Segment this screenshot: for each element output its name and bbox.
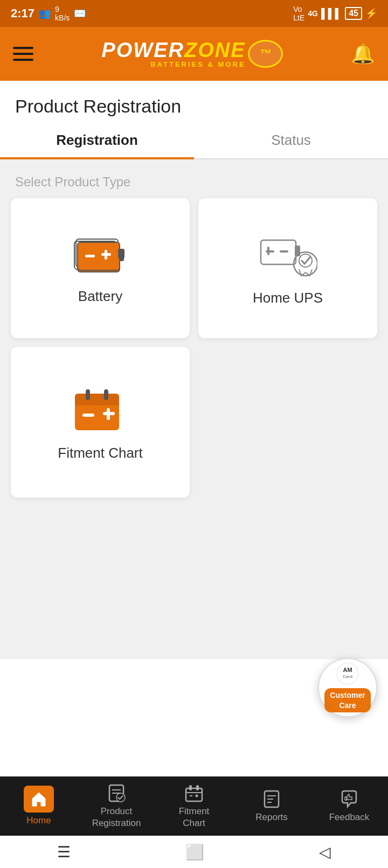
nav-fitment-chart-label: FitmentChart: [179, 806, 210, 829]
tab-status[interactable]: Status: [194, 122, 388, 158]
status-right: VoLtE 4G ▌▌▌ 45 ⚡: [293, 5, 377, 22]
svg-rect-8: [118, 249, 124, 258]
charging-icon: ⚡: [365, 8, 377, 19]
svg-rect-18: [75, 401, 119, 405]
nav-product-registration[interactable]: ProductRegistration: [78, 783, 155, 829]
customer-care-label: CustomerCare: [324, 688, 370, 712]
network-speed: 9kB/s: [55, 5, 70, 22]
nav-menu-button[interactable]: ☰: [57, 843, 71, 861]
svg-rect-31: [186, 788, 202, 801]
home-ups-label: Home UPS: [253, 290, 323, 306]
svg-rect-11: [266, 250, 274, 253]
tab-bar: Registration Status: [0, 122, 388, 159]
svg-rect-12: [267, 247, 269, 255]
status-bar: 2:17 👥 9kB/s ✉️ VoLtE 4G ▌▌▌ 45 ⚡: [0, 0, 388, 27]
fitment-chart-icon: [71, 383, 130, 434]
product-card-home-ups[interactable]: Home UPS: [198, 198, 377, 338]
svg-rect-23: [107, 408, 110, 420]
nav-home-label: Home: [26, 815, 51, 827]
svg-rect-5: [85, 255, 95, 257]
logo-container: POWERZONE BATTERIES & MORE ™: [33, 40, 351, 68]
tab-registration[interactable]: Registration: [0, 122, 194, 158]
svg-rect-4: [78, 242, 120, 270]
volte-icon: VoLtE: [293, 5, 304, 22]
mail-icon: ✉️: [74, 8, 86, 19]
nav-feedback[interactable]: Feedback: [310, 789, 388, 823]
nav-back-button[interactable]: ◁: [319, 843, 331, 861]
svg-rect-21: [82, 414, 94, 417]
logo-subtitle: BATTERIES & MORE: [150, 60, 245, 68]
product-card-fitment-chart[interactable]: Fitment Chart: [11, 347, 190, 498]
powerzone-logo: POWERZONE BATTERIES & MORE ™: [101, 40, 282, 68]
page-title: Product Registration: [0, 81, 388, 122]
system-nav-bar: ☰ ⬜ ◁: [0, 836, 388, 868]
hamburger-menu[interactable]: [13, 47, 33, 61]
svg-rect-20: [104, 389, 108, 400]
nav-reports-label: Reports: [255, 811, 288, 823]
time-display: 2:17: [11, 6, 34, 20]
svg-rect-7: [105, 250, 107, 260]
teams-icon: 👥: [39, 8, 51, 19]
battery-display: 45: [345, 7, 362, 20]
battery-icon: [73, 232, 127, 277]
nav-feedback-label: Feedback: [329, 811, 370, 823]
fitment-chart-label: Fitment Chart: [58, 445, 143, 461]
svg-text:Card: Card: [343, 674, 352, 679]
app-header: POWERZONE BATTERIES & MORE ™ 🔔: [0, 27, 388, 81]
home-ups-icon: [258, 230, 317, 279]
product-grid: Battery: [0, 198, 388, 338]
network-4g: 4G: [308, 9, 318, 18]
empty-card-placeholder: [198, 347, 377, 498]
customer-care-fab[interactable]: AM Card CustomerCare: [318, 658, 377, 717]
product-grid-2: Fitment Chart: [0, 338, 388, 498]
svg-text:AM: AM: [343, 667, 352, 673]
empty-space: [0, 498, 388, 659]
svg-rect-34: [196, 785, 199, 790]
nav-product-registration-label: ProductRegistration: [92, 806, 141, 829]
status-left: 2:17 👥 9kB/s ✉️: [11, 5, 86, 22]
reports-icon: [261, 789, 282, 809]
product-card-battery[interactable]: Battery: [11, 198, 190, 338]
logo-title: POWERZONE: [101, 40, 245, 60]
feedback-icon: [339, 789, 359, 809]
fitment-chart-nav-icon: [184, 783, 204, 803]
svg-rect-13: [280, 250, 288, 253]
amcard-badge: AM Card: [329, 663, 366, 686]
section-label: Select Product Type: [0, 159, 388, 198]
svg-rect-19: [86, 389, 90, 400]
product-registration-icon: [106, 783, 127, 803]
nav-home-button[interactable]: ⬜: [185, 843, 204, 861]
bottom-nav: Home ProductRegistration FitmentChart: [0, 776, 388, 836]
signal-icon: ▌▌▌: [321, 8, 342, 19]
nav-reports[interactable]: Reports: [233, 789, 310, 823]
svg-rect-33: [189, 785, 192, 790]
svg-point-24: [337, 663, 358, 684]
nav-fitment-chart[interactable]: FitmentChart: [155, 783, 233, 829]
battery-label: Battery: [78, 288, 122, 305]
home-icon: [24, 786, 54, 813]
notification-bell[interactable]: 🔔: [351, 43, 375, 65]
nav-home[interactable]: Home: [0, 786, 78, 827]
svg-rect-42: [345, 797, 347, 800]
